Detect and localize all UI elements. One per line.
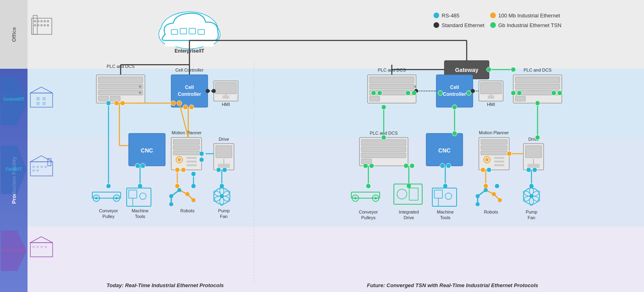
svg-point-144 (177, 188, 181, 192)
svg-text:Gb Industrial Ethernet TSN: Gb Industrial Ethernet TSN (498, 22, 561, 28)
svg-point-285 (526, 167, 531, 172)
svg-point-88 (189, 105, 194, 110)
svg-point-67 (139, 91, 141, 94)
svg-point-200 (371, 91, 376, 95)
svg-text:Pulleys: Pulleys (361, 215, 376, 220)
svg-rect-25 (34, 20, 36, 22)
right-motion-planner-box (479, 138, 509, 170)
svg-rect-231 (525, 146, 542, 158)
svg-text:PLC and DCS: PLC and DCS (378, 68, 406, 72)
svg-point-7 (434, 22, 439, 28)
svg-point-172 (414, 85, 417, 88)
svg-point-109 (106, 101, 111, 106)
svg-point-122 (216, 167, 221, 172)
field-label: Field/OT (1, 165, 27, 172)
svg-point-80 (114, 101, 119, 106)
svg-point-66 (139, 85, 141, 88)
svg-point-129 (95, 197, 98, 199)
sidebar: Office Produciton Facility Control/OT Fi… (0, 0, 28, 292)
svg-point-261 (446, 163, 451, 168)
svg-point-267 (445, 193, 452, 199)
svg-text:Motion Planner: Motion Planner (479, 130, 509, 135)
svg-point-143 (169, 194, 173, 198)
field-building-icon (30, 156, 53, 176)
svg-point-195 (511, 67, 516, 72)
svg-text:Integrated: Integrated (399, 209, 419, 214)
main-wrapper: Office Produciton Facility Control/OT Fi… (0, 0, 644, 292)
right-plc-dcs-mid-box (359, 138, 408, 166)
svg-text:Today: Real-Time Industrial Et: Today: Real-Time Industrial Ethernet Pro… (106, 282, 224, 288)
svg-rect-221 (481, 140, 507, 144)
svg-text:Tools: Tools (440, 215, 451, 220)
right-conveyor-icon (351, 192, 380, 201)
right-machine-tools-icon (432, 188, 457, 206)
svg-point-256 (397, 189, 407, 199)
svg-text:Conveyor: Conveyor (359, 209, 378, 214)
svg-point-248 (374, 197, 377, 199)
svg-point-241 (369, 163, 374, 168)
right-plc-dcs-right-box (513, 75, 562, 103)
svg-text:Robots: Robots (181, 208, 195, 213)
svg-text:Cell: Cell (185, 85, 194, 90)
svg-text:PLC and DCS: PLC and DCS (523, 68, 551, 72)
svg-rect-64 (98, 96, 108, 101)
svg-point-225 (485, 158, 489, 161)
svg-text:Drive: Drive (404, 215, 414, 220)
svg-text:RS-485: RS-485 (442, 13, 459, 19)
svg-point-236 (535, 101, 540, 106)
svg-rect-92 (173, 146, 200, 150)
svg-point-280 (484, 188, 488, 192)
svg-rect-226 (494, 157, 504, 159)
svg-rect-257 (409, 188, 418, 200)
svg-rect-31 (37, 24, 39, 26)
svg-text:Machine: Machine (132, 208, 149, 213)
svg-rect-44 (36, 166, 39, 168)
svg-text:Gateway: Gateway (455, 67, 478, 73)
control-label: Control/OT (1, 95, 27, 102)
right-cnc-box: CNC (426, 133, 463, 166)
svg-point-156 (220, 194, 224, 198)
svg-rect-209 (361, 153, 406, 158)
svg-rect-207 (361, 140, 406, 146)
svg-text:Drive: Drive (219, 137, 229, 142)
svg-rect-182 (488, 95, 494, 99)
svg-point-142 (169, 202, 173, 206)
svg-rect-208 (361, 147, 406, 152)
svg-point-283 (498, 198, 502, 202)
left-robots-icon (169, 188, 196, 206)
svg-rect-93 (173, 151, 200, 155)
svg-rect-233 (527, 164, 540, 168)
right-pump-fan-icon (523, 187, 541, 205)
svg-point-240 (363, 163, 368, 168)
svg-text:Pump: Pump (218, 208, 230, 213)
svg-rect-53 (36, 246, 39, 248)
svg-point-218 (452, 105, 457, 110)
svg-rect-134 (129, 190, 137, 198)
svg-rect-228 (494, 164, 504, 166)
svg-rect-181 (480, 83, 502, 94)
svg-point-201 (377, 91, 382, 95)
svg-rect-73 (215, 83, 236, 94)
svg-rect-65 (110, 96, 120, 101)
control-zone-label-area (28, 69, 44, 138)
svg-rect-133 (127, 188, 151, 206)
svg-rect-50 (30, 243, 53, 257)
svg-rect-97 (187, 161, 197, 163)
svg-point-237 (535, 135, 540, 140)
svg-rect-33 (44, 24, 46, 26)
svg-rect-52 (32, 246, 35, 248)
svg-point-251 (404, 163, 408, 168)
svg-text:Pump: Pump (526, 209, 538, 214)
svg-point-279 (476, 194, 480, 198)
endnode-label: End Node/OT (1, 246, 27, 253)
left-pump-fan-icon (213, 187, 231, 205)
svg-text:Robots: Robots (484, 209, 498, 214)
svg-rect-26 (37, 20, 39, 22)
svg-point-9 (490, 22, 496, 28)
svg-point-78 (206, 89, 210, 93)
svg-rect-61 (98, 77, 143, 83)
svg-rect-46 (45, 166, 47, 168)
svg-point-199 (557, 91, 562, 95)
left-plc-dcs-box (96, 75, 145, 103)
svg-rect-27 (40, 20, 43, 22)
